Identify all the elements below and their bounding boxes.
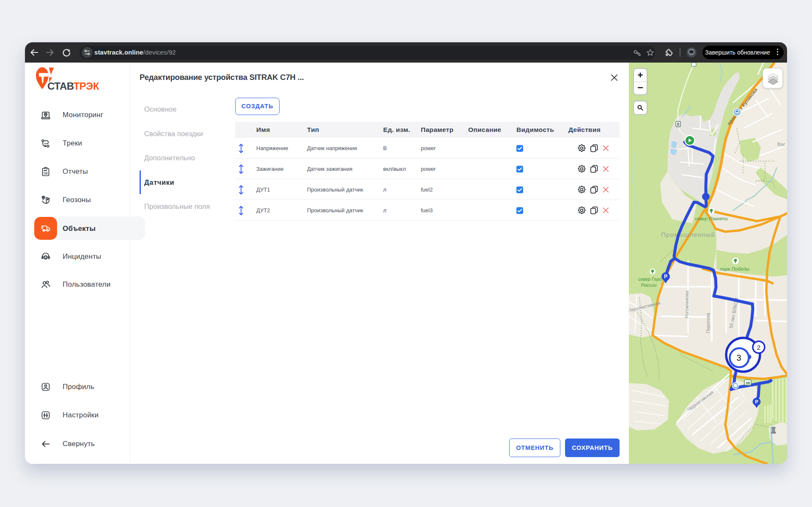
svg-text:парк Победы: парк Победы <box>720 266 750 271</box>
svg-text:Вас: Вас <box>777 142 785 147</box>
svg-text:P: P <box>755 399 758 404</box>
svg-text:Пирогова: Пирогова <box>705 312 710 333</box>
svg-text:Рогожникова: Рогожникова <box>684 290 689 318</box>
svg-text:России: России <box>641 282 657 288</box>
svg-text:сквер Геро: сквер Геро <box>638 277 661 282</box>
svg-text:2: 2 <box>757 344 760 351</box>
svg-text:3: 3 <box>736 353 741 362</box>
svg-text:Промышленный: Промышленный <box>661 231 715 238</box>
svg-text:сквер Памяти: сквер Памяти <box>695 216 728 221</box>
svg-text:0: 0 <box>677 122 680 127</box>
svg-text:P: P <box>664 274 667 280</box>
svg-text:38: 38 <box>746 381 750 385</box>
